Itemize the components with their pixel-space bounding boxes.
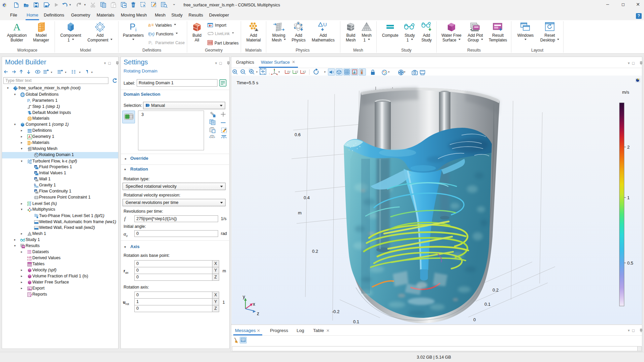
- svg-text:0.1: 0.1: [353, 319, 359, 324]
- svg-text:0.2: 0.2: [493, 288, 499, 293]
- svg-text:0.6: 0.6: [295, 132, 301, 137]
- svg-text:a: a: [148, 23, 151, 28]
- svg-text:i: i: [135, 27, 136, 32]
- svg-text:0.5: 0.5: [627, 261, 633, 266]
- svg-text:0.4: 0.4: [304, 195, 310, 200]
- svg-text:i: i: [30, 100, 31, 103]
- svg-text:m: m: [298, 210, 302, 215]
- svg-text:y: y: [243, 294, 245, 299]
- svg-text:P: P: [130, 22, 135, 32]
- svg-text:2: 2: [627, 145, 630, 150]
- svg-text:A: A: [13, 22, 21, 32]
- svg-text:A: A: [28, 135, 31, 139]
- svg-text:1: 1: [627, 195, 630, 200]
- svg-text:P: P: [148, 40, 151, 45]
- svg-text:xz: xz: [303, 70, 306, 73]
- svg-text:x: x: [253, 301, 255, 307]
- svg-text:yz: yz: [295, 70, 298, 73]
- svg-text:e-12: e-12: [27, 259, 32, 261]
- svg-text:0.1: 0.1: [484, 302, 490, 307]
- svg-text:Time=5.5 s: Time=5.5 s: [237, 80, 259, 85]
- svg-text:xy: xy: [287, 70, 291, 73]
- svg-text:0: 0: [473, 317, 476, 322]
- svg-text:m/s: m/s: [622, 90, 629, 95]
- svg-text:i: i: [151, 42, 152, 45]
- svg-text:z: z: [257, 311, 259, 316]
- svg-text:-0.2: -0.2: [332, 309, 339, 314]
- svg-text:0.2: 0.2: [312, 249, 318, 254]
- svg-text:f(x): f(x): [148, 31, 155, 36]
- svg-text:P: P: [27, 98, 30, 103]
- svg-text:U: U: [323, 22, 327, 27]
